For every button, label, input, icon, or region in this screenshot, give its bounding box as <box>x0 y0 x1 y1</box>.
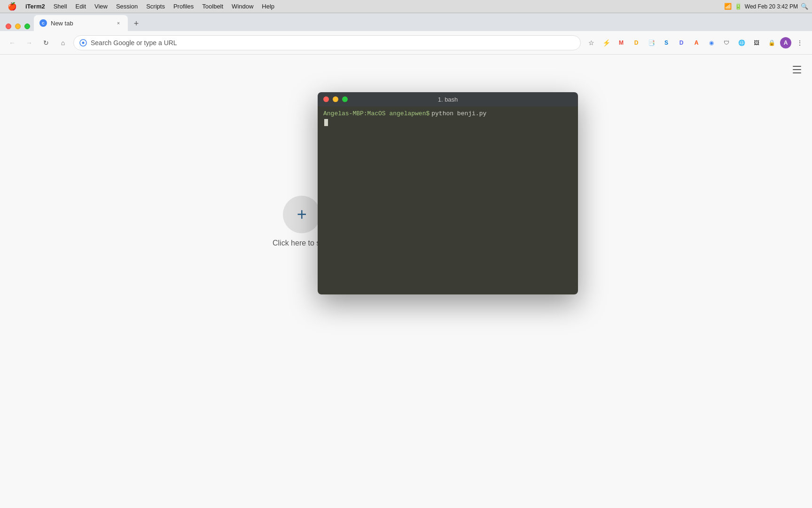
menu-shell[interactable]: Shell <box>50 2 71 11</box>
address-input-wrapper[interactable]: Search Google or type a URL <box>73 35 581 50</box>
forward-button[interactable]: → <box>23 36 36 49</box>
menu-bar-left: 🍎 iTerm2 Shell Edit View Session Scripts… <box>4 1 278 12</box>
terminal-cursor-line <box>323 117 572 126</box>
extension-icon-7[interactable]: 🛡 <box>720 36 733 49</box>
datetime-display: Wed Feb 20 3:42 PM <box>745 3 798 10</box>
menu-session[interactable]: Session <box>112 2 141 11</box>
extension-icon-1[interactable]: D <box>630 36 643 49</box>
start-circle[interactable]: + <box>283 196 320 233</box>
window-controls <box>6 24 30 31</box>
address-text: Search Google or type a URL <box>91 39 575 47</box>
menu-toolbelt[interactable]: Toolbelt <box>198 2 227 11</box>
menu-line-1 <box>793 66 801 67</box>
wifi-icon: 📶 <box>724 3 732 10</box>
refresh-button[interactable]: ↻ <box>39 36 53 49</box>
home-button[interactable]: ⌂ <box>56 36 70 49</box>
extension-icon-3[interactable]: S <box>660 36 673 49</box>
svg-text:C: C <box>42 21 45 25</box>
menu-line-3 <box>793 72 801 73</box>
google-logo <box>79 39 87 47</box>
apple-menu[interactable]: 🍎 <box>4 1 21 12</box>
iterm-minimize-button[interactable] <box>333 96 338 102</box>
tab-favicon: C <box>39 19 47 27</box>
window-maximize-button[interactable] <box>24 24 30 29</box>
menu-view[interactable]: View <box>91 2 111 11</box>
avatar[interactable]: A <box>780 37 791 48</box>
tab-bar: C New tab × + <box>0 13 812 31</box>
back-button[interactable]: ← <box>6 36 19 49</box>
address-bar: ← → ↻ ⌂ Search Google or type a URL ☆ ⚡ … <box>0 31 812 55</box>
browser-window: C New tab × + ← → ↻ ⌂ Search Google or t… <box>0 13 812 508</box>
gmail-icon[interactable]: M <box>615 36 628 49</box>
menu-iterm2[interactable]: iTerm2 <box>22 2 49 11</box>
menu-line-2 <box>793 69 801 70</box>
battery-icon: 🔋 <box>734 3 742 10</box>
terminal-cursor <box>324 119 328 126</box>
window-minimize-button[interactable] <box>15 24 21 29</box>
address-bar-right: ☆ ⚡ M D 📑 S D A ◉ 🛡 🌐 🖼 🔒 A ⋮ <box>585 36 806 49</box>
start-plus-icon: + <box>297 206 307 223</box>
menu-help[interactable]: Help <box>258 2 278 11</box>
extension-icon-10[interactable]: 🔒 <box>765 36 778 49</box>
iterm-traffic-lights <box>323 96 348 102</box>
iterm-maximize-button[interactable] <box>342 96 348 102</box>
browser-content: + Click here to start 1. bash Angelas-MB… <box>0 55 812 508</box>
extension-icon-6[interactable]: ◉ <box>705 36 718 49</box>
iterm-close-button[interactable] <box>323 96 329 102</box>
terminal-command: python benji.py <box>431 110 486 117</box>
menu-bar-right: 📶 🔋 Wed Feb 20 3:42 PM 🔍 <box>724 3 808 10</box>
extension-icon-5[interactable]: A <box>690 36 703 49</box>
iterm-titlebar: 1. bash <box>318 92 578 106</box>
extension-icon-9[interactable]: 🖼 <box>750 36 763 49</box>
chrome-menu-button[interactable]: ⋮ <box>793 36 806 49</box>
content-menu-button[interactable] <box>789 62 804 77</box>
terminal-host: Angelas-MBP:MacOS angelapwen$ <box>323 110 429 117</box>
menu-scripts[interactable]: Scripts <box>142 2 169 11</box>
menu-profiles[interactable]: Profiles <box>170 2 197 11</box>
extension-icon-8[interactable]: 🌐 <box>735 36 748 49</box>
menu-edit[interactable]: Edit <box>72 2 90 11</box>
extension-icon-4[interactable]: D <box>675 36 688 49</box>
iterm-window: 1. bash Angelas-MBP:MacOS angelapwen$ py… <box>318 92 578 294</box>
new-tab-button[interactable]: + <box>130 18 143 31</box>
active-tab[interactable]: C New tab × <box>34 15 128 31</box>
tab-close-button[interactable]: × <box>115 19 122 27</box>
menu-window[interactable]: Window <box>228 2 257 11</box>
menu-bar: 🍎 iTerm2 Shell Edit View Session Scripts… <box>0 0 812 13</box>
bookmark-button[interactable]: ☆ <box>585 36 598 49</box>
terminal-body[interactable]: Angelas-MBP:MacOS angelapwen$ python ben… <box>318 106 578 294</box>
extension-icon-2[interactable]: 📑 <box>645 36 658 49</box>
window-close-button[interactable] <box>6 24 11 29</box>
lightning-icon[interactable]: ⚡ <box>600 36 613 49</box>
iterm-title: 1. bash <box>438 96 458 103</box>
terminal-prompt-line: Angelas-MBP:MacOS angelapwen$ python ben… <box>323 110 572 117</box>
tab-title: New tab <box>51 20 111 27</box>
search-menubar-icon[interactable]: 🔍 <box>801 3 808 10</box>
